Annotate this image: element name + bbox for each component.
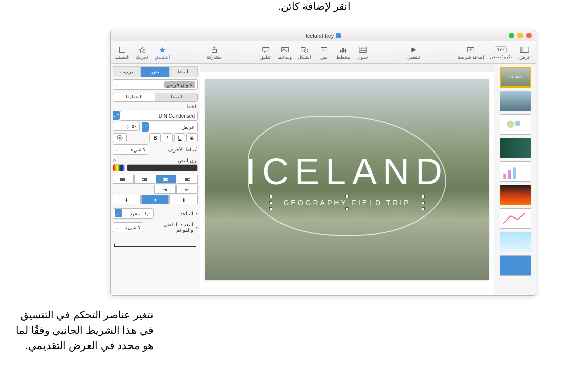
svg-point-17: [304, 49, 308, 52]
paragraph-style-dropdown[interactable]: عنوان فرعي ⌄: [113, 79, 198, 90]
underline-button[interactable]: U: [174, 133, 185, 142]
selection-handle[interactable]: [422, 207, 425, 210]
font-label: الخط: [113, 104, 198, 110]
slide-thumb-2[interactable]: [500, 91, 531, 111]
spacing-label: التباعد: [156, 211, 193, 216]
format-button[interactable]: التنسيق: [155, 46, 170, 60]
minimize-button[interactable]: [517, 33, 523, 38]
zoom-control[interactable]: ٪٦٣ تكبير/تصغير: [489, 46, 512, 59]
horizontal-align-group: [113, 175, 198, 184]
slide-thumb-1[interactable]: ICELAND: [500, 67, 531, 88]
indent-group: ⇤ ⇥: [113, 185, 198, 194]
seg-layout[interactable]: التخطيط: [113, 93, 155, 101]
comment-button[interactable]: تعليق: [258, 46, 273, 60]
table-button[interactable]: جدول: [356, 46, 370, 60]
inspector-tabs: النمط نص ترتيب: [113, 66, 198, 77]
vertical-align-group: ⬆ ✦ ⬇: [113, 195, 198, 204]
keynote-window: Iceland.key عرض ٪٦٣ تكبير/تصغير إضافة شر…: [110, 30, 536, 296]
callout-line: [154, 246, 154, 312]
indent-decrease-button[interactable]: ⇤: [176, 185, 198, 194]
text-button[interactable]: T نص: [317, 46, 331, 60]
selection-handle[interactable]: [422, 195, 425, 198]
play-button[interactable]: تشغيل: [406, 46, 421, 60]
view-button[interactable]: عرض: [517, 46, 532, 60]
slide-canvas[interactable]: ICELAND GEOGRAPHY FIELD TRIP: [205, 79, 489, 280]
color-picker-button[interactable]: [113, 164, 125, 171]
close-button[interactable]: [526, 33, 532, 38]
table-icon: [358, 46, 367, 54]
seg-style[interactable]: النمط: [155, 93, 197, 101]
slide-thumb-4[interactable]: [500, 138, 531, 158]
subtitle-selection-box[interactable]: GEOGRAPHY FIELD TRIP: [271, 197, 423, 209]
svg-rect-18: [282, 47, 289, 52]
svg-rect-12: [342, 48, 344, 52]
bold-button[interactable]: B: [149, 133, 161, 142]
format-icon: [158, 46, 167, 54]
shape-button[interactable]: الشكل: [297, 46, 312, 60]
text-color-well[interactable]: [127, 164, 198, 171]
callout-inspector: تتغير عناصر التحكم في التنسيق في هذا الش…: [10, 307, 154, 353]
spacing-dropdown[interactable]: ١,٠ - مفرد⌃⌄: [113, 208, 154, 219]
disclosure-icon[interactable]: ▸: [196, 211, 198, 216]
disclosure-icon[interactable]: ▸: [196, 225, 198, 230]
format-inspector: النمط نص ترتيب عنوان فرعي ⌄ النمط التخطي…: [111, 64, 200, 295]
char-styles-dropdown[interactable]: لا شيء⌄: [113, 144, 148, 155]
document-button[interactable]: المستند: [115, 46, 130, 60]
valign-bottom-button[interactable]: ⬇: [113, 195, 141, 204]
align-left-button[interactable]: [134, 175, 155, 184]
iceland-outline: [248, 116, 446, 236]
slide-thumb-8[interactable]: [500, 232, 531, 252]
selection-handle[interactable]: [345, 195, 349, 198]
window-controls: [509, 33, 532, 38]
slide-thumb-6[interactable]: [500, 185, 531, 205]
slide-thumb-7[interactable]: [500, 208, 531, 229]
svg-point-25: [515, 120, 520, 126]
tab-style[interactable]: النمط: [169, 66, 198, 77]
slide-thumb-5[interactable]: [500, 161, 531, 182]
svg-rect-11: [340, 50, 342, 52]
add-slide-button[interactable]: إضافة شريحة: [458, 46, 485, 60]
chart-button[interactable]: مخطط: [336, 46, 351, 60]
view-icon: [520, 46, 529, 54]
document-icon: [336, 33, 341, 38]
selection-handle[interactable]: [345, 207, 349, 210]
svg-point-24: [506, 120, 514, 128]
font-weight-dropdown[interactable]: عريض⌃⌄: [139, 122, 198, 132]
align-justify-button[interactable]: [113, 175, 134, 184]
valign-top-button[interactable]: ⬆: [169, 195, 198, 204]
maximize-button[interactable]: [509, 33, 514, 38]
font-family-dropdown[interactable]: DIN Condensed: [120, 111, 198, 121]
bullets-dropdown[interactable]: لا شيء⌄: [113, 222, 143, 232]
slide-navigator[interactable]: ١ICELAND ٢ ٣ ٤ ٥ ٦ ٧ ٨ ٩: [494, 64, 536, 295]
canvas-area[interactable]: ICELAND GEOGRAPHY FIELD TRIP: [200, 64, 494, 295]
selection-handle[interactable]: [422, 201, 425, 204]
media-button[interactable]: وسائط: [278, 46, 292, 60]
svg-rect-26: [503, 174, 506, 179]
plus-icon: [466, 46, 475, 54]
gear-button[interactable]: [113, 133, 127, 142]
selection-handle[interactable]: [269, 201, 272, 204]
tab-arrange[interactable]: ترتيب: [113, 66, 141, 77]
slide-thumb-3[interactable]: [500, 114, 531, 135]
titlebar: Iceland.key: [111, 30, 536, 41]
indent-increase-button[interactable]: ⇥: [154, 185, 176, 194]
shape-icon: [300, 46, 309, 54]
strikethrough-button[interactable]: S: [186, 133, 198, 142]
align-center-button[interactable]: [156, 175, 177, 184]
font-stepper[interactable]: ⌃⌄: [113, 111, 120, 120]
font-size-stepper[interactable]: ٥٠ ن: [113, 122, 138, 131]
selection-handle[interactable]: [269, 207, 272, 210]
selection-handle[interactable]: [269, 195, 272, 198]
media-icon: [280, 46, 290, 54]
tab-text[interactable]: نص: [141, 66, 169, 77]
svg-rect-6: [359, 47, 366, 52]
valign-middle-button[interactable]: ✦: [141, 195, 169, 204]
slide-thumb-9[interactable]: [500, 255, 531, 276]
animate-button[interactable]: تحريك: [135, 46, 149, 60]
italic-button[interactable]: I: [162, 133, 173, 142]
main-area: ١ICELAND ٢ ٣ ٤ ٥ ٦ ٧ ٨ ٩ ICELAND GEOGRAP…: [111, 64, 536, 295]
align-right-button[interactable]: [177, 175, 198, 184]
callout-add-object: انقر لإضافة كائن.: [278, 0, 351, 12]
share-button[interactable]: مشاركة: [207, 46, 222, 60]
zoom-value: ٪٦٣: [495, 46, 507, 53]
